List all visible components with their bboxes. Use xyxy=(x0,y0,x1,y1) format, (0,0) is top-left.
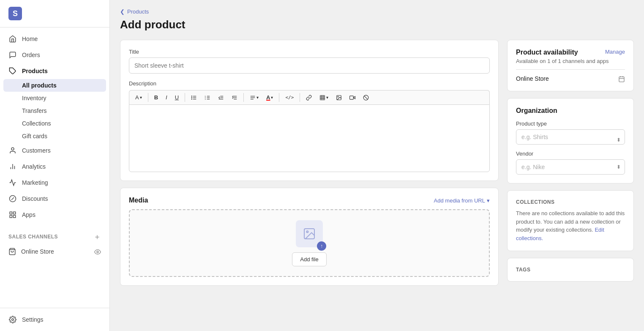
add-file-button[interactable]: Add file xyxy=(292,252,326,266)
sidebar-item-online-store[interactable]: Online Store xyxy=(0,244,109,259)
availability-card: Product availability Manage Available on… xyxy=(507,40,634,91)
sidebar-item-home-label: Home xyxy=(22,36,38,42)
manage-button[interactable]: Manage xyxy=(605,49,625,55)
add-file-label: Add file xyxy=(300,256,318,263)
main-content: ❮ Products Add product Title Description… xyxy=(110,0,644,331)
add-media-url-button[interactable]: Add media from URL ▾ xyxy=(434,197,490,204)
sidebar-item-settings-label: Settings xyxy=(22,316,44,323)
sidebar-item-transfers-label: Transfers xyxy=(22,107,47,114)
sidebar-item-discounts-label: Discounts xyxy=(22,195,48,202)
svg-point-15 xyxy=(12,319,14,321)
rte-indent-button[interactable] xyxy=(228,92,241,103)
sidebar-item-all-products[interactable]: All products xyxy=(3,79,106,92)
content-layout: Title Description A ▾ B I U xyxy=(120,40,634,286)
svg-rect-37 xyxy=(320,95,325,100)
availability-header: Product availability Manage xyxy=(516,49,625,56)
sidebar-item-apps[interactable]: Apps xyxy=(0,207,109,223)
description-label: Description xyxy=(129,80,490,87)
media-card-header: Media Add media from URL ▾ xyxy=(129,197,490,204)
rte-bullet-list-button[interactable] xyxy=(188,92,200,103)
sidebar-item-orders[interactable]: Orders xyxy=(0,47,109,63)
marketing-icon xyxy=(8,178,17,187)
analytics-icon xyxy=(8,162,17,171)
sidebar-item-gift-cards[interactable]: Gift cards xyxy=(0,130,109,142)
rte-bold-button[interactable]: B xyxy=(151,92,161,103)
svg-marker-44 xyxy=(354,96,355,99)
svg-rect-50 xyxy=(619,77,624,82)
svg-line-47 xyxy=(364,96,368,99)
rte-font-button[interactable]: A ▾ xyxy=(132,92,145,103)
sidebar-item-analytics[interactable]: Analytics xyxy=(0,159,109,175)
sidebar-item-products[interactable]: Products xyxy=(0,63,109,79)
sidebar-item-customers-label: Customers xyxy=(22,147,51,154)
products-icon xyxy=(8,67,17,75)
rte-divider-3 xyxy=(243,93,244,102)
sidebar-bottom: Settings xyxy=(0,308,109,331)
add-channel-button[interactable]: ＋ xyxy=(93,233,101,241)
sidebar-item-home[interactable]: Home xyxy=(0,31,109,47)
media-card: Media Add media from URL ▾ ↑ Add file xyxy=(120,188,499,286)
store-icon xyxy=(8,248,16,255)
rte-divider-5 xyxy=(300,93,300,102)
product-type-select[interactable]: e.g. Shirts xyxy=(516,129,625,145)
rte-numbered-list-button[interactable]: 1.2.3. xyxy=(201,92,214,103)
rte-code-button[interactable]: </> xyxy=(282,92,297,103)
title-description-card: Title Description A ▾ B I U xyxy=(120,40,499,181)
sidebar-item-all-products-label: All products xyxy=(22,82,57,89)
rte-table-button[interactable]: ▾ xyxy=(316,92,332,103)
sidebar-item-inventory[interactable]: Inventory xyxy=(0,92,109,104)
add-media-label: Add media from URL xyxy=(434,197,485,204)
media-title: Media xyxy=(129,197,148,204)
upload-badge-icon: ↑ xyxy=(317,241,326,251)
svg-point-21 xyxy=(191,98,192,99)
vendor-label: Vendor xyxy=(516,150,625,157)
nav-section-main: Home Orders Products All products Invent… xyxy=(0,27,109,226)
rte-more-button[interactable] xyxy=(360,92,372,103)
rte-divider-1 xyxy=(148,93,148,102)
sidebar-item-marketing[interactable]: Marketing xyxy=(0,175,109,191)
availability-divider xyxy=(516,69,625,70)
sidebar-item-collections[interactable]: Collections xyxy=(0,117,109,130)
calendar-button[interactable] xyxy=(618,75,625,82)
rte-underline-button[interactable]: U xyxy=(172,92,182,103)
manage-label: Manage xyxy=(605,49,625,55)
rte-video-button[interactable] xyxy=(346,92,359,103)
content-main: Title Description A ▾ B I U xyxy=(120,40,499,286)
online-store-label: Online Store xyxy=(21,248,54,255)
rte-link-button[interactable] xyxy=(303,92,315,103)
sidebar-item-discounts[interactable]: Discounts xyxy=(0,191,109,207)
eye-icon xyxy=(94,248,101,255)
rte-image-button[interactable] xyxy=(333,92,345,103)
rte-outdent-button[interactable] xyxy=(215,92,227,103)
rte-editor[interactable] xyxy=(129,104,490,172)
sidebar-item-settings[interactable]: Settings xyxy=(0,312,109,328)
tags-card-title: TAGS xyxy=(516,267,625,273)
sidebar-item-analytics-label: Analytics xyxy=(22,163,46,170)
vendor-select[interactable]: e.g. Nike xyxy=(516,159,625,175)
rte-text-color-button[interactable]: A ▾ xyxy=(263,92,276,103)
collections-card-title: COLLECTIONS xyxy=(516,199,625,205)
svg-rect-10 xyxy=(14,212,16,214)
sidebar-item-orders-label: Orders xyxy=(22,52,40,58)
sidebar-item-transfers[interactable]: Transfers xyxy=(0,104,109,117)
vendor-select-wrapper: e.g. Nike ⬍ xyxy=(516,159,625,175)
rte-italic-button[interactable]: I xyxy=(162,92,171,103)
sidebar-item-customers[interactable]: Customers xyxy=(0,142,109,159)
title-input[interactable] xyxy=(129,57,490,74)
online-store-name: Online Store xyxy=(516,75,549,82)
sales-channels-header: SALES CHANNELS ＋ xyxy=(0,230,109,244)
svg-point-43 xyxy=(338,96,338,97)
orders-icon xyxy=(8,51,17,59)
sidebar-item-products-label: Products xyxy=(22,68,48,74)
svg-line-6 xyxy=(11,197,14,200)
breadcrumb[interactable]: ❮ Products xyxy=(120,8,634,15)
settings-icon xyxy=(8,315,17,324)
title-label: Title xyxy=(129,49,490,55)
media-dropzone[interactable]: ↑ Add file xyxy=(129,209,490,277)
sidebar-logo: S xyxy=(0,0,109,27)
svg-point-49 xyxy=(306,231,308,233)
svg-rect-12 xyxy=(14,216,16,218)
rte-align-button[interactable]: ▾ xyxy=(246,92,262,103)
online-store-left: Online Store xyxy=(8,248,54,255)
sidebar-item-gift-cards-label: Gift cards xyxy=(22,133,47,140)
